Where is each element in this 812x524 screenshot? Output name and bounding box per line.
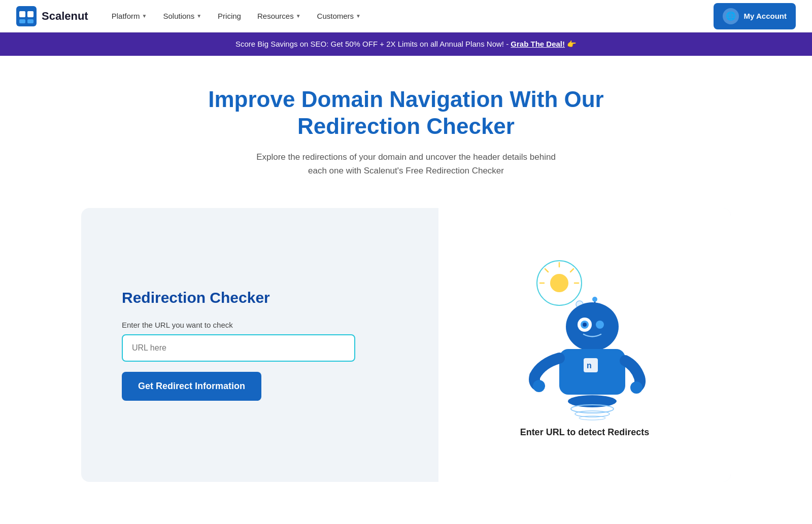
url-input-label: Enter the URL you want to check xyxy=(122,321,408,329)
hero-subtitle: Explore the redirections of your domain … xyxy=(254,150,558,178)
logo-text: Scalenut xyxy=(42,10,88,23)
svg-rect-1 xyxy=(19,11,25,17)
navbar-right: 🌐 My Account xyxy=(714,3,796,29)
nav-item-platform[interactable]: Platform ▼ xyxy=(105,8,154,24)
svg-rect-3 xyxy=(19,19,25,23)
tool-form-area: Redirection Checker Enter the URL you wa… xyxy=(81,208,438,482)
nav-item-customers[interactable]: Customers ▼ xyxy=(310,8,368,24)
hero-section: Improve Domain Navigation With Our Redir… xyxy=(0,56,812,198)
promo-banner: Score Big Savings on SEO: Get 50% OFF + … xyxy=(0,32,812,56)
logo-link[interactable]: Scalenut xyxy=(16,6,88,26)
nav-item-pricing[interactable]: Pricing xyxy=(211,8,248,24)
svg-point-25 xyxy=(630,381,642,394)
nav-menu: Platform ▼ Solutions ▼ Pricing Resources… xyxy=(105,8,714,24)
tool-illustration-area: n E xyxy=(438,208,731,482)
my-account-button[interactable]: 🌐 My Account xyxy=(714,3,796,29)
tool-section: Redirection Checker Enter the URL you wa… xyxy=(61,208,751,482)
chevron-down-icon: ▼ xyxy=(356,13,361,19)
deal-emoji: 👉 xyxy=(567,40,577,48)
navbar: Scalenut Platform ▼ Solutions ▼ Pricing … xyxy=(0,0,812,32)
promo-deal-link[interactable]: Grab The Deal! xyxy=(511,40,565,48)
tool-card: Redirection Checker Enter the URL you wa… xyxy=(81,208,731,482)
svg-point-15 xyxy=(592,297,597,302)
nav-item-resources[interactable]: Resources ▼ xyxy=(250,8,308,24)
svg-point-16 xyxy=(566,302,619,351)
svg-text:n: n xyxy=(587,361,592,370)
chevron-down-icon: ▼ xyxy=(296,13,301,19)
url-input[interactable] xyxy=(122,334,355,362)
svg-point-29 xyxy=(579,416,605,420)
get-redirect-button[interactable]: Get Redirect Information xyxy=(122,372,261,401)
avatar: 🌐 xyxy=(723,8,739,24)
svg-rect-2 xyxy=(27,11,33,17)
svg-rect-4 xyxy=(27,19,33,23)
nav-item-solutions[interactable]: Solutions ▼ xyxy=(156,8,209,24)
svg-point-20 xyxy=(596,321,604,329)
svg-point-24 xyxy=(533,380,545,392)
detect-label: Enter URL to detect Redirects xyxy=(520,427,650,438)
svg-point-6 xyxy=(550,274,568,292)
chevron-down-icon: ▼ xyxy=(142,13,147,19)
svg-point-26 xyxy=(568,395,617,407)
chevron-down-icon: ▼ xyxy=(196,13,201,19)
logo-icon xyxy=(16,6,37,26)
robot-illustration: n xyxy=(514,252,656,414)
svg-point-19 xyxy=(583,323,587,327)
robot-scene: n E xyxy=(514,252,656,438)
tool-title: Redirection Checker xyxy=(122,289,408,306)
hero-title: Improve Domain Navigation With Our Redir… xyxy=(178,86,634,140)
